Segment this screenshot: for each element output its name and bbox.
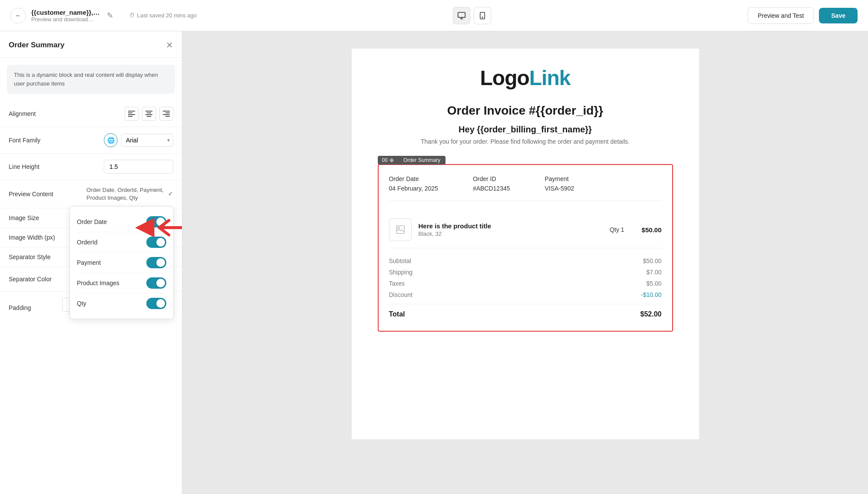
separator-color-label: Separator Color [9,276,52,283]
shipping-label: Shipping [389,269,413,276]
order-meta: Order Date 04 February, 2025 Order ID #A… [389,175,662,201]
total-line: Total $52.00 [389,304,662,320]
block-tag: 00 ⊕ [378,156,398,165]
order-summary-block: Order Date 04 February, 2025 Order ID #A… [378,164,673,332]
discount-value: -$10.00 [641,291,661,298]
total-value: $52.00 [640,310,662,318]
taxes-line: Taxes $5.00 [389,278,662,289]
align-right-button[interactable] [159,107,173,121]
order-id-col: Order ID #ABCD12345 [473,175,510,192]
dropdown-label-order-date: Order Date [77,218,107,225]
dropdown-item-qty: Qty [77,293,166,313]
svg-rect-8 [147,112,151,113]
shipping-value: $7.00 [646,269,661,276]
discount-line: Discount -$10.00 [389,289,662,300]
toggle-qty[interactable] [146,298,166,309]
dropdown-label-payment: Payment [77,259,101,266]
svg-rect-13 [163,114,170,115]
order-date-value: 04 February, 2025 [389,185,438,192]
canvas: LogoLink Order Invoice #{{order_id}} Hey… [182,31,868,494]
svg-rect-0 [458,12,465,17]
preview-content-text: Order Date, OrderId, Payment, Product Im… [86,186,165,202]
toggle-order-date[interactable] [146,216,166,227]
dropdown-item-payment: Payment [77,253,166,273]
block-label-bar: 00 ⊕ Order Summary [378,156,673,165]
line-height-input[interactable] [104,160,173,174]
dropdown-label-product-images: Product Images [77,280,119,287]
align-center-icon [145,111,152,117]
sidebar: Order Summary ✕ This is a dynamic block … [0,31,182,494]
topbar-title-main: {{customer_name}},… [31,9,100,16]
toggle-payment[interactable] [146,257,166,268]
align-center-button[interactable] [142,107,156,121]
topbar-left: ← {{customer_name}},… Preview and downlo… [10,8,197,23]
saved-text: Last saved 20 mins ago [137,12,197,19]
preview-content-section: Preview Content Order Date, OrderId, Pay… [0,180,182,208]
close-button[interactable]: ✕ [166,40,173,50]
product-row: Here is the product title Black, 32 Qty … [389,211,662,248]
shipping-line: Shipping $7.00 [389,267,662,278]
main-layout: Order Summary ✕ This is a dynamic block … [0,31,868,494]
desktop-view-button[interactable] [453,7,470,24]
line-height-label: Line Height [9,163,40,170]
font-family-section: Font Family 🌐 Arial Helvetica Georgia [0,127,182,154]
edit-icon[interactable]: ✎ [107,11,113,20]
image-width-label: Image Width (px) [9,234,55,241]
alignment-section: Alignment [0,101,182,127]
svg-rect-5 [128,114,135,115]
alignment-buttons [125,107,173,121]
topbar-right: Preview and Test Save [748,7,858,24]
svg-rect-4 [128,112,132,113]
svg-rect-14 [165,116,170,117]
svg-rect-9 [145,114,152,115]
product-qty: Qty 1 [610,226,624,233]
product-thumbnail [389,218,412,241]
toggle-product-images[interactable] [146,277,166,289]
discount-label: Discount [389,291,413,298]
mobile-icon [479,11,486,20]
topbar-title-sub: Preview and download… [31,16,100,23]
subtotal-label: Subtotal [389,257,411,264]
svg-rect-12 [165,112,170,113]
order-date-label: Order Date [389,175,438,182]
align-left-icon [128,111,135,117]
dynamic-notice: This is a dynamic block and real content… [7,65,175,94]
globe-icon: 🌐 [104,133,118,147]
toggle-knob [156,217,165,226]
preview-content-dropdown: Order Date OrderId Payment Product Image… [69,206,174,319]
block-tag-number: 00 [382,157,388,163]
align-left-button[interactable] [125,107,139,121]
preview-content-value[interactable]: Order Date, OrderId, Payment, Product Im… [86,186,173,202]
clock-icon: ⏱ [129,12,135,19]
desktop-icon [457,11,466,20]
logo-black-part: Logo [480,66,529,89]
back-icon: ← [15,12,21,19]
svg-rect-10 [147,116,151,117]
save-button[interactable]: Save [819,8,858,23]
sidebar-header: Order Summary ✕ [0,31,182,58]
dropdown-label-orderid: OrderId [77,239,97,246]
topbar: ← {{customer_name}},… Preview and downlo… [0,0,868,31]
checkmark-icon: ✓ [168,190,173,198]
font-family-label: Font Family [9,137,40,144]
payment-col: Payment VISA-5902 [545,175,574,192]
back-button[interactable]: ← [10,8,26,23]
svg-rect-6 [128,116,132,117]
order-id-label: Order ID [473,175,510,182]
toggle-knob [156,258,165,267]
payment-label: Payment [545,175,574,182]
separator-style-label: Separator Style [9,254,51,260]
alignment-label: Alignment [9,110,36,117]
order-date-col: Order Date 04 February, 2025 [389,175,438,192]
mobile-view-button[interactable] [474,7,491,24]
product-image-icon [395,224,406,235]
svg-point-18 [398,227,399,229]
preview-test-button[interactable]: Preview and Test [748,7,814,24]
payment-value: VISA-5902 [545,185,574,192]
total-label: Total [389,310,405,318]
toggle-orderid[interactable] [146,237,166,248]
font-family-select[interactable]: Arial Helvetica Georgia [121,134,173,147]
topbar-center [453,7,491,24]
invoice-sub: Thank you for your order. Please find fo… [378,138,673,145]
sidebar-title: Order Summary [9,41,65,49]
